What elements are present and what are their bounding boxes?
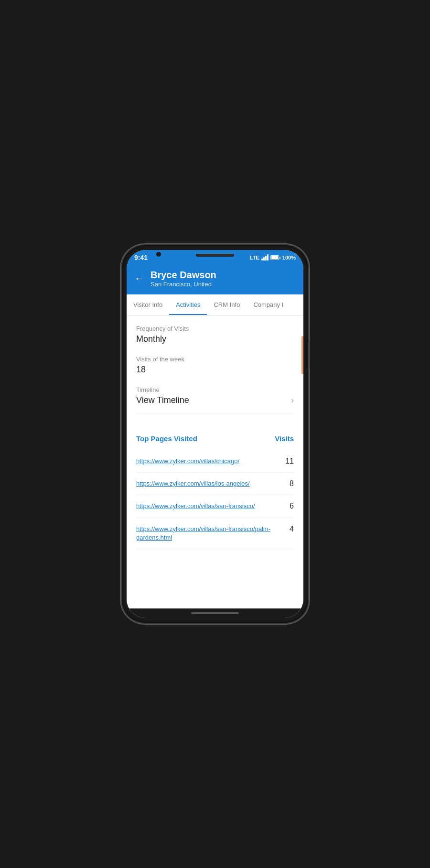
status-time: 9:41 — [134, 254, 148, 261]
top-pages-section: Top Pages Visited Visits https://www.zyl… — [127, 425, 303, 549]
page-url-3[interactable]: https://www.zylker.com/villas/san-fransi… — [136, 502, 290, 510]
page-row: https://www.zylker.com/villas/chicago/ 1… — [136, 450, 294, 473]
visitor-name: Bryce Dawson — [150, 269, 216, 281]
page-row: https://www.zylker.com/villas/san-fransi… — [136, 518, 294, 549]
battery-label: 100% — [282, 255, 296, 260]
lte-label: LTE — [250, 255, 259, 260]
pages-visits-label: Visits — [275, 434, 294, 443]
page-url-4[interactable]: https://www.zylker.com/villas/san-fransi… — [136, 525, 290, 542]
tab-activities[interactable]: Activities — [169, 294, 207, 315]
app-header: ← Bryce Dawson San Francisco, United — [127, 264, 303, 294]
status-bar: 9:41 LTE 100% — [127, 250, 303, 264]
pages-header: Top Pages Visited Visits — [136, 434, 294, 443]
battery-icon — [270, 255, 280, 260]
side-button — [308, 341, 310, 369]
front-camera — [156, 252, 161, 257]
frequency-label: Frequency of Visits — [136, 325, 294, 332]
phone-screen: 9:41 LTE 100% ← — [127, 250, 303, 618]
frequency-value: Monthly — [136, 334, 294, 344]
timeline-row[interactable]: View Timeline › — [136, 395, 294, 413]
tab-visitor-info[interactable]: Visitor Info — [127, 294, 169, 315]
page-url-1[interactable]: https://www.zylker.com/villas/chicago/ — [136, 457, 285, 466]
timeline-label: Timeline — [136, 386, 294, 393]
visits-block: Visits of the week 18 — [136, 356, 294, 375]
pages-title: Top Pages Visited — [136, 434, 197, 443]
phone-frame: 9:41 LTE 100% ← — [122, 245, 308, 623]
page-count-3: 6 — [290, 502, 294, 510]
status-icons: LTE 100% — [250, 255, 296, 260]
content-area: Frequency of Visits Monthly Visits of th… — [127, 315, 303, 608]
visitor-location: San Francisco, United — [150, 281, 216, 288]
home-indicator — [127, 608, 303, 618]
header-text: Bryce Dawson San Francisco, United — [150, 269, 216, 288]
visits-value: 18 — [136, 365, 294, 375]
visits-label: Visits of the week — [136, 356, 294, 363]
scroll-indicator — [301, 336, 303, 374]
tab-bar: Visitor Info Activities CRM Info Company… — [127, 294, 303, 315]
back-button[interactable]: ← — [134, 272, 145, 285]
frequency-section: Frequency of Visits Monthly Visits of th… — [127, 315, 303, 413]
page-row: https://www.zylker.com/villas/los-angele… — [136, 473, 294, 495]
page-count-4: 4 — [290, 525, 294, 533]
timeline-block: Timeline View Timeline › — [136, 386, 294, 413]
tab-crm-info[interactable]: CRM Info — [207, 294, 247, 315]
chevron-right-icon: › — [291, 395, 294, 405]
frequency-block: Frequency of Visits Monthly — [136, 325, 294, 344]
page-count-1: 11 — [285, 457, 294, 466]
page-count-2: 8 — [290, 479, 294, 488]
page-row: https://www.zylker.com/villas/san-fransi… — [136, 495, 294, 518]
home-bar — [191, 612, 239, 614]
timeline-link[interactable]: View Timeline — [136, 395, 189, 405]
speaker — [196, 254, 234, 257]
signal-icon — [261, 255, 269, 260]
tab-company-info[interactable]: Company I — [247, 294, 290, 315]
page-url-2[interactable]: https://www.zylker.com/villas/los-angele… — [136, 479, 290, 488]
